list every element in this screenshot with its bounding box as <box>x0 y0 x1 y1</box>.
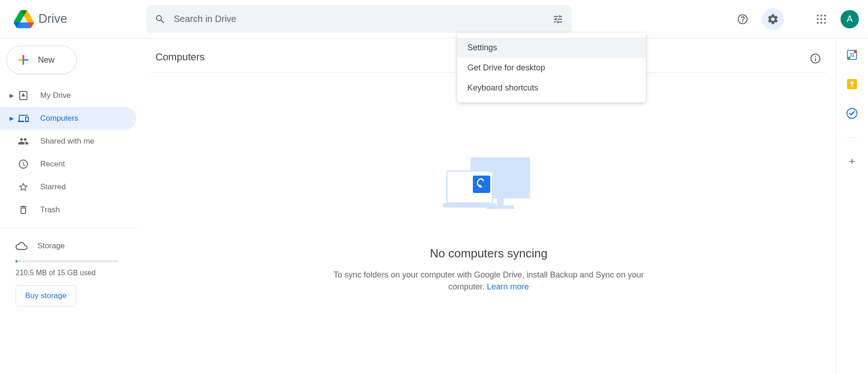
calendar-icon: 31 <box>847 49 857 60</box>
search-bar[interactable] <box>146 5 572 33</box>
storage-label: Storage <box>38 241 65 251</box>
svg-point-7 <box>820 22 822 24</box>
product-name: Drive <box>38 12 67 26</box>
clock-icon <box>16 159 30 170</box>
keep-icon <box>847 79 857 89</box>
svg-point-4 <box>820 18 822 20</box>
svg-rect-10 <box>497 198 504 205</box>
svg-text:31: 31 <box>849 53 855 58</box>
header-actions: A <box>732 8 859 30</box>
chevron-right-icon: ▶ <box>8 92 15 99</box>
search-icon <box>155 14 166 25</box>
search-input[interactable] <box>174 14 552 24</box>
menu-item-keyboard-shortcuts[interactable]: Keyboard shortcuts <box>457 78 646 98</box>
help-icon <box>737 13 749 25</box>
logo-lockup[interactable]: Drive <box>9 10 146 28</box>
trash-icon <box>16 204 30 215</box>
search-options-icon[interactable] <box>552 14 563 25</box>
support-button[interactable] <box>732 8 754 30</box>
svg-point-2 <box>824 15 826 16</box>
plus-icon <box>847 157 857 166</box>
shared-icon <box>16 136 30 147</box>
new-button[interactable]: New <box>6 46 77 74</box>
tasks-icon <box>847 108 857 119</box>
sidebar-item-label: My Drive <box>40 91 71 100</box>
sidebar-item-computers[interactable]: ▶ Computers <box>0 107 136 130</box>
computers-icon <box>16 113 30 124</box>
svg-point-3 <box>817 18 819 20</box>
sidebar-item-starred[interactable]: Starred <box>0 176 136 198</box>
sidebar-item-storage[interactable]: Storage <box>0 235 142 257</box>
svg-rect-13 <box>443 203 496 208</box>
svg-point-0 <box>817 15 819 16</box>
account-avatar[interactable]: A <box>841 10 859 28</box>
empty-state: No computers syncing To sync folders on … <box>151 155 826 293</box>
svg-rect-14 <box>473 176 490 193</box>
gear-icon <box>767 13 779 25</box>
divider <box>846 137 858 138</box>
new-button-label: New <box>38 55 54 65</box>
chevron-right-icon: ▶ <box>8 115 15 122</box>
avatar-initial: A <box>847 14 852 24</box>
drive-logo-icon <box>14 10 34 28</box>
get-addons-button[interactable] <box>847 156 857 167</box>
sidebar-item-my-drive[interactable]: ▶ My Drive <box>0 84 136 107</box>
cloud-icon <box>16 240 27 252</box>
sidebar-item-label: Starred <box>40 182 66 192</box>
keep-app-button[interactable] <box>847 79 857 90</box>
sidebar-item-recent[interactable]: Recent <box>0 153 136 176</box>
side-panel: 31 <box>836 38 868 374</box>
nav: ▶ My Drive ▶ Computers Shared with me <box>0 84 142 306</box>
buy-storage-button[interactable]: Buy storage <box>16 285 76 306</box>
empty-state-title: No computers syncing <box>430 246 547 261</box>
google-apps-button[interactable] <box>810 8 832 30</box>
svg-point-1 <box>820 15 822 16</box>
sidebar-item-label: Computers <box>40 114 78 123</box>
app-header: Drive A <box>0 0 868 38</box>
menu-item-get-drive-desktop[interactable]: Get Drive for desktop <box>457 58 646 78</box>
svg-point-8 <box>824 22 826 24</box>
svg-point-5 <box>824 18 826 20</box>
svg-point-6 <box>817 22 819 24</box>
sidebar-item-label: Recent <box>40 160 65 169</box>
sidebar: New ▶ My Drive ▶ Computers <box>0 38 142 374</box>
sidebar-item-label: Trash <box>40 205 60 214</box>
empty-state-description: To sync folders on your computer with Go… <box>324 269 654 293</box>
my-drive-icon <box>16 90 30 101</box>
apps-grid-icon <box>816 14 827 25</box>
view-details-button[interactable] <box>804 48 826 69</box>
empty-state-illustration <box>443 155 535 214</box>
plus-icon <box>16 53 31 67</box>
star-icon <box>16 182 30 192</box>
settings-menu-popup: Settings Get Drive for desktop Keyboard … <box>457 33 646 102</box>
settings-button[interactable] <box>762 8 784 30</box>
divider <box>0 228 137 228</box>
tasks-app-button[interactable] <box>847 108 857 119</box>
storage-used-text: 210.5 MB of 15 GB used <box>16 269 142 277</box>
sidebar-item-trash[interactable]: Trash <box>0 198 136 221</box>
storage-progress-bar <box>16 260 118 262</box>
info-icon <box>809 53 821 64</box>
sidebar-item-shared[interactable]: Shared with me <box>0 130 136 153</box>
learn-more-link[interactable]: Learn more <box>487 282 529 291</box>
sidebar-item-label: Shared with me <box>40 137 94 146</box>
menu-item-settings[interactable]: Settings <box>457 37 646 58</box>
calendar-app-button[interactable]: 31 <box>847 49 857 60</box>
